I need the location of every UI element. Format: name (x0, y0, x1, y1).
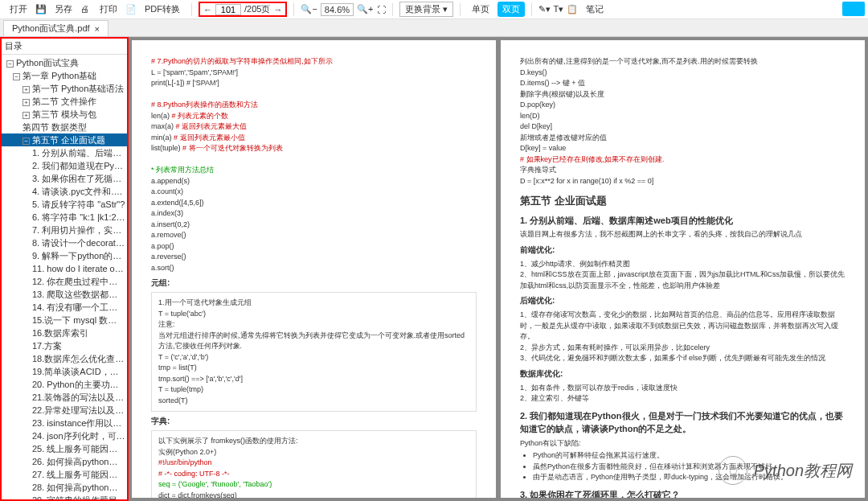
tree-item[interactable]: 7. 利用切片操作，实现一个trim (2, 224, 127, 236)
collapse-icon[interactable]: − (23, 138, 30, 145)
tree-item[interactable]: 2. 我们都知道现在Python很火 (2, 159, 127, 172)
separator (460, 3, 461, 16)
list-item: 1、减少http请求、例如制作精灵图 (520, 259, 845, 270)
tree-item[interactable]: 17.方案 (2, 339, 127, 352)
tree-item[interactable]: 22.异常处理写法以及如何主动 (2, 404, 127, 417)
tree-item[interactable]: 6. 将字符串 "k:1 |k1:2|k2:3|k3 (2, 211, 127, 224)
tree-item[interactable]: 13. 爬取这些数据都能用做什么 (2, 288, 127, 301)
tree-item[interactable]: 21.装饰器的写法以及应用场景 (2, 391, 127, 404)
tree-item[interactable]: 8. 请设计一个decorator，它可 (2, 236, 127, 249)
tree-item[interactable]: 28. 如何操高python的运行效率 (2, 481, 127, 494)
tree-item[interactable]: 16.数据库索引 (2, 326, 127, 339)
code-line: a.reverse() (151, 252, 477, 263)
highlight-icon[interactable]: ✎▾ (538, 4, 551, 14)
open-button[interactable]: 打开 (5, 2, 32, 17)
text-icon[interactable]: T▾ (554, 4, 564, 14)
tree-item[interactable]: 29. 字符串的操作题目 (2, 494, 127, 501)
code-line: list(tuple) # 将一个可迭代对象转换为列表 (151, 143, 477, 154)
save-icon[interactable]: 💾 (35, 4, 47, 15)
zoom-in-icon[interactable]: 🔍+ (357, 4, 373, 14)
list-item: 1、缓存存储读写次数高，变化少的数据，比如网站首页的信息、商品的信息等。应用程序… (520, 310, 845, 343)
comment: * 列表常用方法总结 (151, 165, 477, 176)
collapse-icon[interactable]: − (13, 73, 20, 80)
sidebar: 目录 −Python面试宝典 −第一章 Python基础 +第一节 Python… (0, 37, 129, 501)
tree-chapter[interactable]: −第一章 Python基础 (2, 69, 127, 82)
expand-icon[interactable]: + (23, 112, 30, 119)
print-icon[interactable]: 🖨 (80, 4, 92, 15)
tree-item[interactable]: 9. 解释一下python的and-or (2, 249, 127, 262)
close-icon[interactable]: × (95, 24, 100, 34)
single-page-button[interactable]: 单页 (467, 2, 494, 17)
tree-item[interactable]: 5. 请反转字符串 "aStr"? (2, 198, 127, 211)
code-line: a.append(s) (151, 176, 477, 187)
tree-item[interactable]: 24. json序列化时，可以处理的 (2, 429, 127, 442)
sub-heading: 后端优化: (520, 294, 845, 306)
tree-item[interactable]: 19.简单谈谈ACID，并解释每一 (2, 365, 127, 378)
list-item: 2、建立索引、外键等 (520, 393, 845, 404)
tree-item[interactable]: 18.数据库怎么优化查询效率？ (2, 352, 127, 365)
tree-item[interactable]: 23. isinstance作用以及应用场 (2, 417, 127, 429)
note-button[interactable]: 笔记 (581, 2, 608, 17)
list-item: 3、代码优化，避免循环和判断次数太多，如果多个if else判断，优先判断最有可… (520, 353, 845, 364)
tree-root[interactable]: −Python面试宝典 (2, 56, 127, 69)
zoom-out-icon[interactable]: 🔍− (301, 4, 317, 14)
tree-section[interactable]: 第四节 数据类型 (2, 121, 127, 133)
collapse-icon[interactable]: − (6, 60, 14, 68)
comment: # 8.Python列表操作的函数和方法 (151, 100, 477, 111)
zoom-value[interactable]: 84.6% (321, 3, 354, 16)
pdf-icon[interactable]: 📄 (125, 4, 137, 15)
pdf2word-button[interactable]: PDF转换 (140, 2, 185, 17)
tab-label: Python面试宝典.pdf (12, 23, 90, 35)
sub-heading: 前端优化: (520, 244, 845, 256)
expand-icon[interactable]: + (23, 86, 30, 93)
separator (531, 3, 532, 16)
tree-item[interactable]: 11. how do I iterate over a s (2, 262, 127, 275)
bg-dropdown[interactable]: 更换背景 ▾ (399, 2, 453, 17)
page-input[interactable] (215, 4, 241, 15)
tree-section-selected[interactable]: −第五节 企业面试题 (2, 133, 127, 146)
tree-item[interactable]: 26. 如何操高python的运行效率 (2, 455, 127, 468)
code-line: a.pop() (151, 241, 477, 253)
note-icon[interactable]: 📋 (567, 4, 578, 14)
sidebar-title: 目录 (2, 39, 127, 55)
code-line: L = ['spam','Spam','SPAM!'] (151, 68, 477, 79)
tree-item[interactable]: 1. 分别从前端、后端、数据库 (2, 146, 127, 159)
separator (392, 3, 393, 16)
list-item: 2、html和CSS放在页面上部，javascript放在页面下面，因为js加载… (520, 269, 845, 291)
tree-item[interactable]: 15.说一下 mysql 数据库存储的 (2, 314, 127, 326)
section-heading: 元组: (151, 277, 477, 289)
tree-item[interactable]: 20. Python的主要功能是什么？ (2, 378, 127, 391)
app-logo (842, 2, 865, 16)
tab-bar: Python面试宝典.pdf × (0, 19, 868, 37)
tree-item[interactable]: 25. 线上服务可能因为种种原因 (2, 442, 127, 455)
section-heading: 字典: (151, 415, 477, 427)
code-box: 以下实例展示了 fromkeys()函数的使用方法: 实例(Python 2.0… (151, 430, 477, 498)
watermark: ◯ Python教程网 (719, 456, 852, 485)
fit-icon[interactable]: ⛶ (377, 5, 386, 14)
tree-item[interactable]: 3. 如果你困在了死循环里，怎 (2, 172, 127, 185)
tree-item[interactable]: 27. 线上服务可能因为种种原因 (2, 468, 127, 481)
print-button[interactable]: 打印 (95, 2, 122, 17)
toc-tree: −Python面试宝典 −第一章 Python基础 +第一节 Python基础语… (2, 55, 127, 501)
chapter-heading: 第五节 企业面试题 (520, 193, 845, 209)
sub-heading: 数据库优化: (520, 368, 845, 380)
tree-section[interactable]: +第一节 Python基础语法 (2, 82, 127, 95)
tree-item[interactable]: 14. 有没有哪一个工具可以帮助 (2, 301, 127, 314)
prev-page-icon[interactable]: ← (203, 5, 212, 14)
question-heading: 1. 分别从前端、后端、数据库阐述web项目的性能优化 (520, 214, 845, 228)
list-item: 2、异步方式，如果有耗时操作，可以采用异步，比如celery (520, 343, 845, 354)
tab-document[interactable]: Python面试宝典.pdf × (3, 20, 108, 36)
pdf-page-right: 列出所有的键,注意得到的是一个可迭代对象,而不是列表.用的时候需要转换D.key… (501, 40, 865, 498)
saveas-button[interactable]: 另存 (50, 2, 77, 17)
tree-item[interactable]: 12. 你在爬虫过程中，都是怎么 (2, 275, 127, 288)
code-line: a.index(3) (151, 208, 477, 220)
code-line: a.remove() (151, 230, 477, 241)
tree-item[interactable]: 4. 请谈谈.pyc文件和.py文件的 (2, 185, 127, 198)
page-viewer: # 7.Python的切片的截取与字符串操作类似相同,如下所示 L = ['sp… (129, 37, 868, 501)
expand-icon[interactable]: + (23, 99, 30, 106)
separator (293, 3, 294, 16)
tree-section[interactable]: +第三节 模块与包 (2, 108, 127, 121)
tree-section[interactable]: +第二节 文件操作 (2, 95, 127, 108)
double-page-button[interactable]: 双页 (497, 2, 525, 17)
next-page-icon[interactable]: → (273, 5, 282, 14)
